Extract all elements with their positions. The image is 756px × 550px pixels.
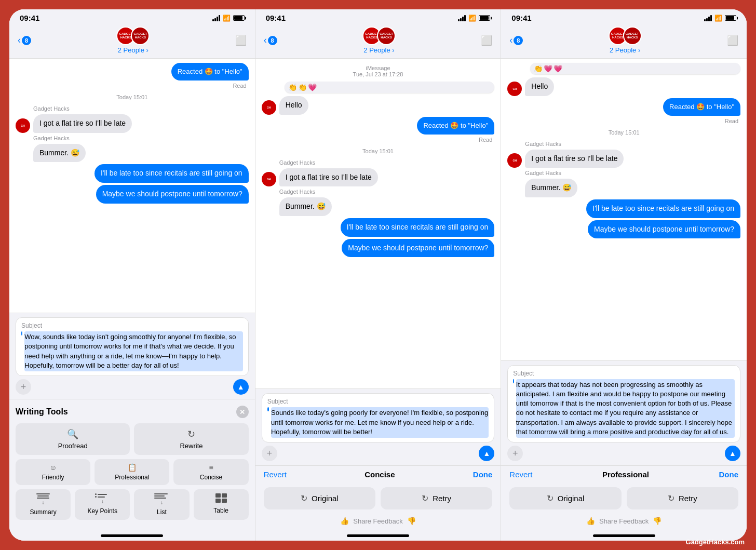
read-label-3: Read [507, 118, 738, 124]
msg-incoming-2b: Bummer. 😅 [262, 197, 495, 216]
retry-label-3: Retry [679, 494, 697, 503]
retry-button-2[interactable]: ↻ Retry [381, 487, 492, 509]
cursor-2 [267, 407, 269, 411]
friendly-button[interactable]: ☺ Friendly [16, 459, 90, 485]
compose-text-3[interactable]: It appears that today has not been progr… [516, 379, 735, 438]
compose-box-2[interactable]: Subject Sounds like today's going poorly… [262, 393, 495, 442]
wt-title-1: Writing Tools [16, 407, 68, 417]
send-button-3[interactable]: ▲ [725, 446, 740, 461]
reaction-emoji-row-2: 👏👏💗 [267, 82, 495, 93]
original-icon-2: ↻ [301, 493, 307, 503]
list-button[interactable]: ↓ List [134, 489, 189, 520]
compose-area-3: Subject It appears that today has not be… [501, 360, 747, 465]
msg-avatar-2: GH [262, 100, 276, 115]
video-icon-3[interactable]: ⬜ [727, 35, 738, 46]
feedback-row-3: 👍 Share Feedback 👎 [501, 514, 747, 530]
concise-button[interactable]: ≡ Concise [173, 459, 248, 485]
subject-label-3: Subject [513, 370, 735, 377]
people-label-2[interactable]: 2 People › [363, 46, 394, 54]
subject-label-1: Subject [21, 322, 243, 329]
msg-avatar-3: GH [507, 82, 522, 96]
original-button-3[interactable]: ↻ Original [509, 487, 621, 509]
msg-outgoing-3a: I'll be late too since recitals are stil… [507, 199, 740, 218]
original-button-2[interactable]: ↻ Original [264, 487, 375, 509]
people-label-3[interactable]: 2 People › [610, 46, 640, 54]
compose-plus-1[interactable]: + [16, 379, 31, 395]
compose-box-1[interactable]: Subject Wow, sounds like today isn't goi… [16, 317, 249, 376]
msg-bubble-2a: I got a flat tire so I'll be late [279, 168, 378, 187]
rewrite-bar-2: Revert Concise Done [255, 465, 501, 483]
compose-row-1: + ▲ [16, 379, 249, 395]
msg-outgoing-1a: I'll be late too since recitals are stil… [16, 164, 249, 183]
reaction-msg-2: Reacted 🤩 to "Hello" [417, 117, 494, 135]
msg-outgoing-reaction-3: Reacted 🤩 to "Hello" [507, 98, 740, 116]
msg-bubble-out-3b: Maybe we should postpone until tomorrow? [588, 220, 740, 239]
keypoints-button[interactable]: ↓ Key Points [75, 489, 130, 520]
summary-button[interactable]: ↓ Summary [16, 489, 71, 520]
wt-main-row-1: 🔍 Proofread ↻ Rewrite [16, 423, 249, 455]
send-button-2[interactable]: ▲ [479, 446, 494, 461]
nav-bar-1: ‹ 8 GADGETHACKS GADGETHACKS 2 People › ⬜ [9, 24, 255, 58]
back-button-2[interactable]: ‹ 8 [264, 35, 277, 46]
concise-icon: ≡ [209, 463, 213, 472]
status-time-1: 09:41 [20, 14, 39, 22]
back-button-3[interactable]: ‹ 8 [509, 35, 523, 46]
compose-row-2: + ▲ [262, 446, 495, 461]
sender-label-1b: Gadget Hacks [33, 135, 249, 141]
done-button-3[interactable]: Done [719, 470, 739, 479]
rewrite-button[interactable]: ↻ Rewrite [134, 423, 248, 455]
avatar-2b: GADGETHACKS [377, 26, 396, 45]
msg-incoming-3a: GH I got a flat tire so I'll be late [507, 150, 740, 168]
video-icon-1[interactable]: ⬜ [235, 35, 247, 46]
video-icon-2[interactable]: ⬜ [481, 35, 492, 46]
revert-button-2[interactable]: Revert [264, 470, 287, 479]
screen-1: 09:41 📶 ‹ 8 GADGETHACKS [9, 9, 255, 541]
rewrite-mode-3: Professional [602, 470, 649, 479]
status-time-2: 09:41 [266, 14, 286, 22]
status-bar-1: 09:41 📶 [9, 9, 255, 24]
professional-button[interactable]: 📋 Professional [95, 459, 169, 485]
status-icons-2: 📶 [458, 15, 490, 22]
thumbdown-icon-2[interactable]: 👎 [407, 517, 416, 525]
people-label-1[interactable]: 2 People › [118, 46, 148, 54]
wifi-icon-2: 📶 [468, 15, 476, 22]
writing-tools-panel-1: Writing Tools ✕ 🔍 Proofread ↻ Rewrite ☺ … [9, 399, 255, 530]
back-button-1[interactable]: ‹ 8 [18, 35, 31, 46]
concise-label: Concise [200, 474, 222, 481]
msg-avatar-1a: GH [16, 118, 30, 133]
thumbup-icon-3[interactable]: 👍 [586, 517, 595, 525]
msg-bubble-3b: Bummer. 😅 [525, 179, 577, 197]
imessage-divider-2: iMessageTue, Jul 23 at 17:28 [262, 65, 495, 77]
revert-button-3[interactable]: Revert [509, 470, 532, 479]
compose-text-1[interactable]: Wow, sounds like today isn't going smoot… [24, 331, 242, 371]
table-button[interactable]: Table [194, 489, 249, 520]
compose-box-3[interactable]: Subject It appears that today has not be… [507, 365, 740, 442]
nav-badge-3: 8 [514, 36, 523, 45]
chevron-left-icon-2: ‹ [264, 35, 267, 46]
wt-close-button-1[interactable]: ✕ [236, 406, 249, 418]
retry-button-3[interactable]: ↻ Retry [627, 487, 738, 509]
msg-bubble-hello-3: Hello [525, 77, 554, 96]
signal-icon-1 [212, 15, 220, 21]
status-bar-3: 09:41 📶 [501, 9, 747, 24]
status-icons-1: 📶 [212, 15, 245, 22]
time-divider-1: Today 15:01 [16, 94, 249, 100]
chat-area-3: 👏💗💗 GH Hello Reacted 🤩 to "Hello" Read T… [501, 59, 747, 360]
battery-icon-2 [479, 15, 490, 21]
msg-incoming-hello-2: GH Hello [262, 96, 495, 115]
compose-plus-3[interactable]: + [507, 446, 523, 461]
feedback-row-2: 👍 Share Feedback 👎 [255, 514, 501, 530]
wt-summary-row-1: ↓ Summary ↓ Key Points [16, 489, 249, 520]
msg-outgoing-reaction-1: Reacted 🤩 to "Hello" [16, 63, 249, 81]
thumbdown-icon-3[interactable]: 👎 [653, 517, 662, 525]
compose-plus-2[interactable]: + [262, 446, 277, 461]
send-button-1[interactable]: ▲ [233, 379, 249, 395]
sender-label-1a: Gadget Hacks [33, 105, 249, 112]
thumbup-icon-2[interactable]: 👍 [340, 517, 349, 525]
proofread-button[interactable]: 🔍 Proofread [16, 423, 130, 455]
chevron-left-icon-3: ‹ [509, 35, 512, 46]
done-button-2[interactable]: Done [473, 470, 493, 479]
compose-text-2[interactable]: Sounds like today's going poorly for eve… [271, 407, 489, 438]
watermark: GadgetHacks.com [686, 538, 745, 546]
msg-outgoing-3b: Maybe we should postpone until tomorrow? [507, 220, 740, 239]
